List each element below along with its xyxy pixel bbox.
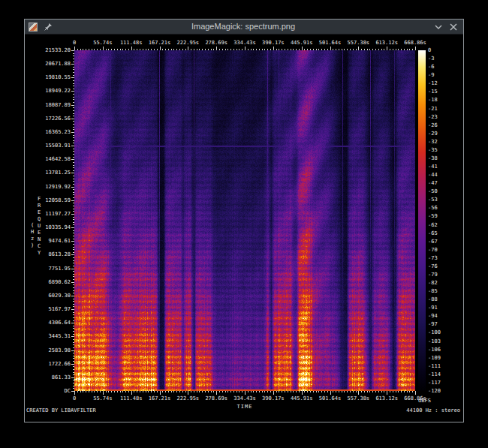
axis-minor-tick bbox=[73, 162, 74, 163]
time-tick-label: 390.17s bbox=[262, 40, 285, 46]
axis-minor-tick bbox=[344, 49, 345, 50]
axis-minor-tick bbox=[245, 391, 246, 392]
axis-minor-tick bbox=[73, 293, 74, 293]
axis-minor-tick bbox=[259, 391, 260, 392]
axis-minor-tick bbox=[333, 391, 333, 392]
axis-minor-tick bbox=[293, 49, 294, 50]
axis-minor-tick bbox=[73, 317, 74, 318]
freq-tick-label: 10335.94 bbox=[38, 224, 71, 230]
axis-minor-tick bbox=[407, 391, 408, 392]
freq-tick-label: 6890.62 bbox=[38, 279, 71, 285]
axis-minor-tick bbox=[364, 391, 365, 392]
db-tick-label: -73 bbox=[428, 255, 438, 261]
freq-tick-label: 16365.23 bbox=[38, 129, 71, 135]
axis-minor-tick bbox=[73, 194, 74, 195]
axis-minor-tick bbox=[333, 49, 333, 50]
app-icon[interactable] bbox=[29, 23, 38, 32]
axis-minor-tick bbox=[369, 49, 370, 50]
axis-minor-tick bbox=[267, 391, 268, 392]
axis-minor-tick bbox=[330, 391, 331, 392]
axis-minor-tick bbox=[73, 383, 74, 383]
axis-minor-tick bbox=[73, 224, 74, 225]
axis-minor-tick bbox=[242, 49, 242, 50]
axis-minor-tick bbox=[120, 49, 121, 50]
axis-minor-tick bbox=[384, 391, 384, 392]
axis-minor-tick bbox=[327, 391, 328, 392]
spectrogram-canvas[interactable] bbox=[74, 50, 415, 391]
format-text: 44100 Hz : stereo bbox=[406, 407, 460, 413]
axis-minor-tick bbox=[125, 391, 126, 392]
db-tick-label: -109 bbox=[428, 355, 441, 361]
axis-minor-tick bbox=[381, 49, 382, 50]
time-tick-label: 167.21s bbox=[149, 395, 171, 401]
db-tick-label: -82 bbox=[428, 280, 438, 286]
axis-minor-tick bbox=[304, 49, 305, 50]
axis-minor-tick bbox=[233, 391, 234, 392]
axis-minor-tick bbox=[73, 314, 74, 315]
axis-minor-tick bbox=[73, 159, 74, 160]
axis-minor-tick bbox=[336, 49, 336, 50]
time-tick-label: 222.95s bbox=[177, 40, 200, 46]
db-tick-label: -62 bbox=[428, 222, 438, 228]
close-button[interactable] bbox=[449, 23, 458, 32]
frequency-axis-unit-char: z bbox=[31, 236, 34, 242]
axis-minor-tick bbox=[253, 49, 254, 50]
axis-minor-tick bbox=[358, 49, 359, 50]
axis-minor-tick bbox=[73, 279, 74, 280]
axis-minor-tick bbox=[176, 391, 177, 392]
axis-minor-tick bbox=[97, 391, 98, 392]
freq-tick-label: 19810.55 bbox=[38, 74, 71, 80]
axis-minor-tick bbox=[73, 301, 74, 302]
axis-minor-tick bbox=[358, 391, 359, 392]
axis-minor-tick bbox=[185, 391, 186, 392]
db-tick-label: -85 bbox=[428, 288, 438, 294]
credit-text: CREATED BY LIBAVFILTER bbox=[26, 407, 96, 413]
axis-minor-tick bbox=[165, 391, 166, 392]
axis-minor-tick bbox=[146, 49, 146, 50]
axis-minor-tick bbox=[73, 99, 74, 100]
axis-minor-tick bbox=[73, 165, 74, 166]
db-tick-label: -120 bbox=[428, 388, 441, 394]
pin-icon[interactable] bbox=[44, 23, 53, 32]
freq-tick-label: 14642.58 bbox=[38, 156, 71, 162]
time-tick-label: 0 bbox=[73, 395, 76, 401]
axis-minor-tick bbox=[73, 282, 74, 283]
axis-minor-tick bbox=[73, 94, 74, 95]
axis-minor-tick bbox=[179, 49, 180, 50]
db-tick-label: -106 bbox=[428, 347, 441, 353]
axis-minor-tick bbox=[73, 372, 74, 373]
db-tick-label: -21 bbox=[428, 106, 438, 112]
freq-tick-label: 12919.92 bbox=[38, 184, 71, 190]
axis-minor-tick bbox=[73, 366, 74, 367]
axis-minor-tick bbox=[80, 391, 81, 392]
freq-tick-label: 2583.98 bbox=[38, 347, 71, 353]
axis-minor-tick bbox=[131, 391, 132, 392]
axis-minor-tick bbox=[302, 49, 303, 50]
freq-tick-label: 18087.89 bbox=[38, 102, 71, 108]
axis-minor-tick bbox=[267, 49, 268, 50]
axis-minor-tick bbox=[73, 69, 74, 70]
db-tick-label: -65 bbox=[428, 230, 438, 236]
titlebar[interactable]: ImageMagick: spectrum.png bbox=[25, 20, 463, 35]
db-tick-label: -41 bbox=[428, 164, 438, 170]
frequency-axis-title-char: U bbox=[38, 223, 41, 229]
frequency-axis-unit-char: ) bbox=[31, 242, 34, 248]
freq-tick-label: 20671.88 bbox=[38, 61, 71, 67]
time-tick-label: 0 bbox=[73, 40, 76, 46]
db-tick-label: -53 bbox=[428, 197, 438, 203]
axis-minor-tick bbox=[73, 72, 74, 73]
imagemagick-window: ImageMagick: spectrum.png 055.74s111.48s… bbox=[24, 19, 464, 422]
time-tick-label: 111.48s bbox=[120, 40, 143, 46]
axis-minor-tick bbox=[160, 49, 161, 50]
axis-minor-tick bbox=[398, 391, 399, 392]
axis-minor-tick bbox=[381, 391, 382, 392]
axis-minor-tick bbox=[73, 358, 74, 359]
axis-minor-tick bbox=[73, 192, 74, 193]
axis-minor-tick bbox=[73, 361, 74, 362]
axis-minor-tick bbox=[233, 49, 234, 50]
freq-tick-label: 4306.64 bbox=[38, 320, 71, 326]
axis-minor-tick bbox=[347, 391, 348, 392]
shade-button[interactable] bbox=[434, 23, 443, 32]
axis-minor-tick bbox=[73, 89, 74, 89]
axis-minor-tick bbox=[73, 149, 74, 149]
